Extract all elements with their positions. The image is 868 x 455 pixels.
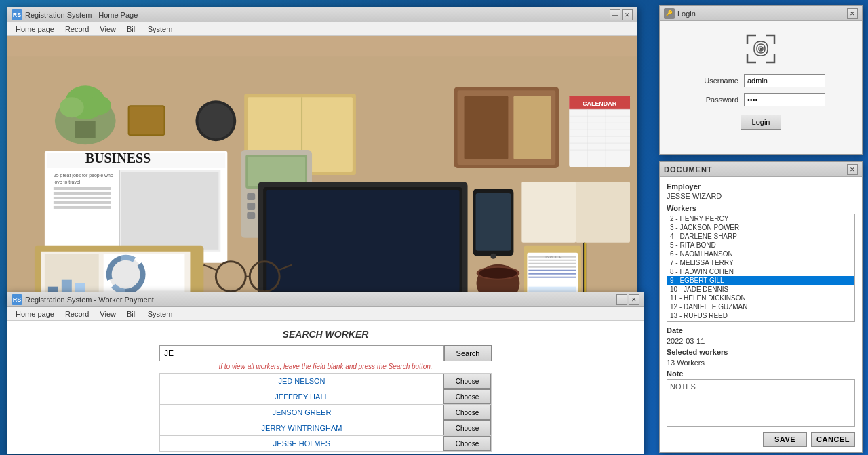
employer-label: Employer (667, 182, 855, 191)
list-item[interactable]: 6 - NAOMI HANSON (667, 250, 854, 258)
svg-rect-2 (75, 121, 96, 138)
menu-record[interactable]: Record (60, 22, 94, 35)
password-row: Password (671, 93, 851, 106)
search-hint: If to view all workers, leave the field … (7, 363, 644, 370)
login-controls[interactable]: ✕ (847, 8, 858, 19)
svg-rect-42 (119, 170, 120, 252)
login-close-button[interactable]: ✕ (847, 8, 858, 19)
list-item[interactable]: 13 - RUFUS REED (667, 311, 854, 320)
home-minimize-button[interactable]: — (610, 9, 620, 20)
payment-controls[interactable]: — ✕ (616, 294, 639, 305)
worker-name: JED NELSON (160, 374, 443, 388)
login-content: Username Password Login (660, 21, 862, 154)
list-item-selected[interactable]: 9 - EGBERT GILL (667, 276, 854, 285)
svg-rect-92 (528, 263, 576, 264)
svg-rect-67 (521, 182, 576, 243)
choose-button-0[interactable]: Choose (443, 374, 491, 389)
login-icon: 🔑 (664, 8, 675, 19)
document-title: DOCUMENT (664, 165, 847, 174)
menu-bill[interactable]: Bill (121, 22, 142, 35)
svg-point-4 (60, 97, 84, 117)
save-button[interactable]: SAVE (763, 432, 807, 447)
home-title: Registration System - Home Page (25, 11, 610, 19)
svg-rect-41 (121, 172, 219, 250)
login-title: Login (677, 9, 847, 18)
choose-button-4[interactable]: Choose (443, 436, 491, 451)
fingerprint-icon (744, 32, 778, 66)
home-controls[interactable]: — ✕ (610, 9, 633, 20)
svg-rect-63 (266, 190, 459, 292)
worker-name: JERRY WINTRINGHAM (160, 421, 443, 435)
home-close-button[interactable]: ✕ (622, 9, 633, 20)
payment-menu-view[interactable]: View (94, 307, 121, 320)
table-row: JERRY WINTRINGHAM Choose (159, 420, 492, 436)
list-item[interactable]: 12 - DANIELLE GUZMAN (667, 302, 854, 311)
search-button[interactable]: Search (444, 345, 492, 361)
list-item[interactable]: 3 - JACKSON POWER (667, 223, 854, 232)
desktop: RS Registration System - Home Page — ✕ H… (0, 0, 868, 455)
choose-button-3[interactable]: Choose (443, 420, 491, 435)
payment-menu-bill[interactable]: Bill (121, 307, 142, 320)
list-item[interactable]: 10 - JADE DENNIS (667, 285, 854, 294)
date-label: Date (667, 326, 683, 334)
menu-system[interactable]: System (142, 22, 178, 35)
svg-rect-65 (476, 193, 511, 251)
list-item[interactable]: 8 - HADWIN COHEN (667, 267, 854, 276)
svg-rect-7 (130, 106, 164, 134)
list-item[interactable]: 2 - HENRY PERCY (667, 214, 854, 223)
username-input[interactable] (744, 74, 825, 87)
payment-menu-system[interactable]: System (142, 307, 178, 320)
payment-close-button[interactable]: ✕ (629, 294, 639, 305)
choose-button-2[interactable]: Choose (443, 405, 491, 420)
password-input[interactable] (744, 93, 825, 106)
svg-text:INVOICE: INVOICE (545, 255, 562, 259)
note-textarea[interactable] (667, 379, 855, 427)
date-value: 2022-03-11 (667, 337, 855, 345)
payment-minimize-button[interactable]: — (616, 294, 627, 305)
document-window: DOCUMENT ✕ Employer JESSE WIZARD Workers… (659, 161, 863, 453)
choose-button-1[interactable]: Choose (443, 389, 491, 404)
username-label: Username (696, 77, 744, 85)
list-item[interactable]: 11 - HELEN DICKINSON (667, 294, 854, 302)
payment-icon: RS (12, 294, 22, 305)
login-titlebar[interactable]: 🔑 Login ✕ (660, 6, 862, 21)
workers-label: Workers (667, 204, 855, 212)
table-row: JED NELSON Choose (159, 373, 492, 389)
svg-rect-96 (528, 277, 576, 278)
search-input[interactable] (159, 345, 444, 361)
selected-workers-label: Selected workers (667, 348, 728, 356)
worker-name: JESSE HOLMES (160, 437, 443, 450)
document-close-button[interactable]: ✕ (847, 164, 858, 175)
payment-menu-homepage[interactable]: Home page (10, 307, 60, 320)
home-window: RS Registration System - Home Page — ✕ H… (7, 7, 637, 305)
document-titlebar[interactable]: DOCUMENT ✕ (660, 162, 862, 177)
svg-rect-91 (528, 260, 576, 261)
menu-homepage[interactable]: Home page (10, 22, 60, 35)
svg-point-5 (87, 96, 111, 115)
svg-rect-68 (576, 182, 630, 243)
svg-rect-15 (465, 96, 509, 159)
cancel-button[interactable]: CANCEL (811, 432, 855, 447)
home-titlebar[interactable]: RS Registration System - Home Page — ✕ (7, 7, 637, 22)
list-item[interactable]: 5 - RITA BOND (667, 241, 854, 250)
menu-view[interactable]: View (94, 22, 121, 35)
svg-rect-51 (247, 203, 255, 210)
svg-rect-38 (54, 201, 111, 204)
list-item[interactable]: 7 - MELISSA TERRY (667, 258, 854, 267)
payment-titlebar[interactable]: RS Registration System - Worker Payment … (7, 292, 644, 307)
svg-rect-16 (513, 96, 551, 159)
table-row: JENSON GREER Choose (159, 404, 492, 420)
login-button[interactable]: Login (741, 115, 781, 130)
svg-point-66 (490, 254, 496, 259)
document-content: Employer JESSE WIZARD Workers 2 - HENRY … (660, 177, 862, 452)
selected-workers-section: Selected workers (667, 348, 855, 356)
username-row: Username (671, 74, 851, 87)
document-controls[interactable]: ✕ (847, 164, 858, 175)
list-item[interactable]: 4 - DARLENE SHARP (667, 232, 854, 241)
workers-list-container[interactable]: 2 - HENRY PERCY 3 - JACKSON POWER 4 - DA… (667, 214, 855, 322)
worker-name: JENSON GREER (160, 405, 443, 419)
password-label: Password (696, 96, 744, 104)
payment-menu-record[interactable]: Record (60, 307, 94, 320)
svg-rect-32 (47, 167, 225, 167)
svg-text:25 great jobs for people who: 25 great jobs for people who (54, 173, 113, 178)
